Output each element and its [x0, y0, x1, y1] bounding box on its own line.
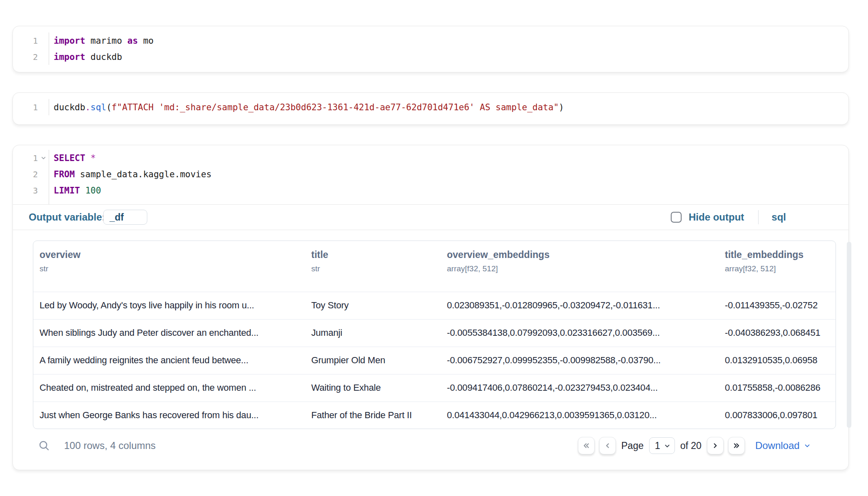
table-cell[interactable]: Jumanji	[305, 320, 441, 347]
table-cell[interactable]: Just when George Banks has recovered fro…	[33, 402, 305, 429]
table-cell[interactable]: -0.011439355,-0.02752	[719, 292, 835, 319]
toolbar-divider	[758, 210, 759, 224]
vertical-scrollbar[interactable]	[847, 242, 851, 428]
code-editor[interactable]: 123 SELECT *FROM sample_data.kaggle.movi…	[13, 145, 848, 204]
table-row[interactable]: When siblings Judy and Peter discover an…	[33, 319, 836, 347]
line-number: 2	[13, 49, 49, 65]
column-name: overview_embeddings	[447, 249, 714, 260]
table-cell[interactable]: Led by Woody, Andy's toys live happily i…	[33, 292, 305, 319]
column-name: title_embeddings	[725, 249, 831, 260]
sql-cell-toolbar: Output variable: Hide output sql	[13, 207, 848, 227]
hide-output-checkbox[interactable]	[671, 212, 682, 223]
table-row[interactable]: A family wedding reignites the ancient f…	[33, 347, 836, 374]
chevron-down-icon[interactable]	[41, 155, 46, 161]
code-area[interactable]: duckdb.sql(f"ATTACH 'md:_share/sample_da…	[49, 99, 848, 115]
column-type: str	[40, 264, 301, 273]
line-number: 1	[13, 99, 49, 115]
code-editor[interactable]: 12 import marimo as moimport duckdb	[13, 26, 848, 65]
table-cell[interactable]: 0.023089351,-0.012809965,-0.03209472,-0.…	[441, 292, 719, 319]
column-type: array[f32, 512]	[725, 264, 831, 273]
search-icon[interactable]	[38, 439, 50, 452]
table-cell[interactable]: -0.009417406,0.07860214,-0.023279453,0.0…	[441, 374, 719, 402]
table-footer: 100 rows, 4 columns Page 1 of 20 Downloa…	[13, 433, 848, 458]
output-variable-label: Output variable:	[29, 211, 105, 223]
table-cell[interactable]: -0.040386293,0.068451	[719, 320, 835, 347]
code-line[interactable]: FROM sample_data.kaggle.movies	[54, 166, 848, 182]
column-name: overview	[40, 249, 301, 260]
table-cell[interactable]: Father of the Bride Part II	[305, 402, 441, 429]
table-cell[interactable]: 0.007833006,0.097801	[719, 402, 835, 429]
chevron-down-icon	[664, 442, 671, 449]
code-area[interactable]: import marimo as moimport duckdb	[49, 32, 848, 65]
table-header-row: overviewstrtitlestroverview_embeddingsar…	[33, 241, 836, 292]
column-type: str	[311, 264, 436, 273]
table-cell[interactable]: A family wedding reignites the ancient f…	[33, 347, 305, 374]
code-area[interactable]: SELECT *FROM sample_data.kaggle.moviesLI…	[49, 150, 848, 204]
column-name: title	[311, 249, 436, 260]
code-cell-attach[interactable]: 1 duckdb.sql(f"ATTACH 'md:_share/sample_…	[12, 92, 849, 125]
last-page-button[interactable]	[728, 437, 745, 454]
hide-output-label: Hide output	[689, 211, 744, 223]
code-line[interactable]: LIMIT 100	[54, 182, 848, 198]
download-label: Download	[755, 440, 800, 451]
row-count-summary: 100 rows, 4 columns	[64, 440, 156, 451]
chevrons-left-icon	[582, 441, 591, 450]
chevrons-right-icon	[732, 441, 741, 450]
table-cell[interactable]: -0.006752927,0.099952355,-0.009982588,-0…	[441, 347, 719, 374]
column-header-title_embeddings[interactable]: title_embeddingsarray[f32, 512]	[719, 241, 835, 292]
code-editor[interactable]: 1 duckdb.sql(f"ATTACH 'md:_share/sample_…	[13, 93, 848, 115]
code-line[interactable]: import duckdb	[54, 49, 848, 65]
table-cell[interactable]: 0.041433044,0.042966213,0.0039591365,0.0…	[441, 402, 719, 429]
result-table: overviewstrtitlestroverview_embeddingsar…	[33, 241, 836, 429]
language-label: sql	[771, 211, 786, 223]
line-number: 1	[13, 32, 49, 49]
table-row[interactable]: Cheated on, mistreated and stepped on, t…	[33, 374, 836, 402]
page-label: Page	[621, 440, 644, 451]
line-number-gutter: 123	[13, 150, 49, 204]
table-row[interactable]: Just when George Banks has recovered fro…	[33, 402, 836, 429]
page-select-value: 1	[655, 440, 660, 451]
line-number: 1	[13, 150, 49, 166]
editor-footer-divider	[13, 204, 848, 205]
table-cell[interactable]: Grumpier Old Men	[305, 347, 441, 374]
table-cell[interactable]: When siblings Judy and Peter discover an…	[33, 320, 305, 347]
first-page-button[interactable]	[578, 437, 595, 454]
line-number: 3	[13, 182, 49, 198]
next-page-button[interactable]	[707, 437, 724, 454]
page-total-label: of 20	[680, 440, 702, 451]
table-cell[interactable]: Waiting to Exhale	[305, 374, 441, 402]
line-number: 2	[13, 166, 49, 182]
table-cell[interactable]: Toy Story	[305, 292, 441, 319]
output-variable-input[interactable]	[103, 210, 147, 225]
sql-cell[interactable]: 123 SELECT *FROM sample_data.kaggle.movi…	[12, 145, 849, 470]
download-menu[interactable]: Download	[755, 440, 811, 451]
code-line[interactable]: import marimo as mo	[54, 32, 848, 49]
chevron-down-icon	[804, 442, 811, 449]
code-cell-imports[interactable]: 12 import marimo as moimport duckdb	[12, 26, 849, 72]
code-line[interactable]: SELECT *	[54, 150, 848, 166]
chevron-right-icon	[711, 441, 720, 450]
column-type: array[f32, 512]	[447, 264, 714, 273]
line-number-gutter: 1	[13, 99, 49, 115]
pagination: Page 1 of 20 Download	[578, 437, 811, 454]
page-select[interactable]: 1	[649, 437, 675, 454]
line-number-gutter: 12	[13, 32, 49, 65]
column-header-title[interactable]: titlestr	[305, 241, 441, 292]
output-divider	[13, 230, 848, 230]
table-row[interactable]: Led by Woody, Andy's toys live happily i…	[33, 292, 836, 319]
table-cell[interactable]: 0.01755858,-0.0086286	[719, 374, 835, 402]
table-cell[interactable]: Cheated on, mistreated and stepped on, t…	[33, 374, 305, 402]
code-line[interactable]: duckdb.sql(f"ATTACH 'md:_share/sample_da…	[54, 99, 848, 115]
table-cell[interactable]: -0.0055384138,0.07992093,0.023316627,0.0…	[441, 320, 719, 347]
column-header-overview[interactable]: overviewstr	[33, 241, 305, 292]
table-cell[interactable]: 0.0132910535,0.06958	[719, 347, 835, 374]
column-header-overview_embeddings[interactable]: overview_embeddingsarray[f32, 512]	[441, 241, 719, 292]
prev-page-button[interactable]	[599, 437, 616, 454]
table-body: Led by Woody, Andy's toys live happily i…	[33, 292, 836, 429]
chevron-left-icon	[603, 441, 612, 450]
